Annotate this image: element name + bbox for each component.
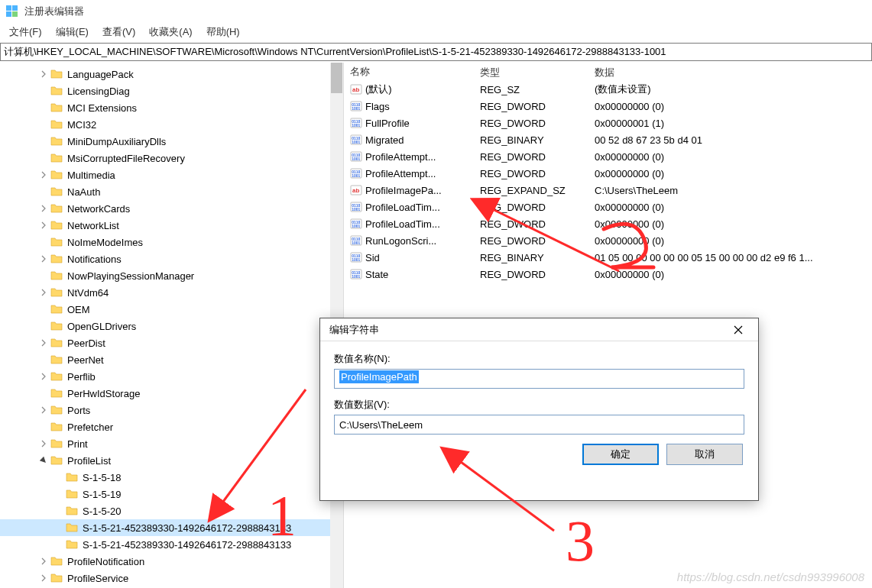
value-name-input[interactable]: ProfileImagePath	[334, 369, 744, 389]
tree-item[interactable]: Multimedia	[0, 166, 343, 183]
tree-item[interactable]: Notifications	[0, 250, 343, 267]
value-row[interactable]: 01101001RunLogonScri... REG_DWORD 0x0000…	[344, 232, 872, 249]
tree-item[interactable]: ProfileNotification	[0, 553, 343, 570]
svg-text:1001: 1001	[352, 224, 360, 228]
tree-item[interactable]: Prefetcher	[0, 418, 343, 435]
address-bar[interactable]: 计算机\HKEY_LOCAL_MACHINE\SOFTWARE\Microsof…	[0, 43, 872, 61]
chevron-right-icon[interactable]	[38, 171, 49, 179]
value-row[interactable]: 01101001Sid REG_BINARY 01 05 00 00 00 00…	[344, 249, 872, 266]
col-header-data[interactable]: 数据	[588, 63, 872, 81]
tree-item[interactable]: S-1-5-20	[0, 502, 343, 519]
value-row[interactable]: 01101001ProfileAttempt... REG_DWORD 0x00…	[344, 165, 872, 182]
value-name: ProfileAttempt...	[365, 168, 436, 179]
tree-item[interactable]: S-1-5-21-452389330-1492646172-2988843133	[0, 519, 343, 536]
tree-item[interactable]: NetworkList	[0, 217, 343, 234]
value-row[interactable]: 01101001ProfileAttempt... REG_DWORD 0x00…	[344, 148, 872, 165]
tree-item[interactable]: NaAuth	[0, 183, 343, 200]
chevron-down-icon[interactable]	[38, 457, 49, 464]
tree-item-label: ProfileService	[67, 573, 128, 584]
binary-value-icon: 01101001	[350, 167, 362, 179]
cancel-button[interactable]: 取消	[666, 444, 743, 465]
chevron-right-icon[interactable]	[38, 440, 49, 447]
binary-value-icon: 01101001	[350, 117, 362, 129]
tree-item[interactable]: S-1-5-18	[0, 469, 343, 486]
tree-item[interactable]: LanguagePack	[0, 66, 343, 82]
value-data: 0x00000000 (0)	[588, 218, 872, 230]
tree-item[interactable]: S-1-5-21-452389330-1492646172-2988843133	[0, 536, 343, 553]
tree-item[interactable]: NoImeModeImes	[0, 234, 343, 250]
tree-item-label: Perflib	[67, 371, 96, 383]
tree-item[interactable]: S-1-5-19	[0, 486, 343, 502]
folder-icon	[50, 387, 63, 399]
tree-item-label: ProfileList	[67, 455, 111, 467]
tree-item[interactable]: PeerNet	[0, 351, 343, 368]
binary-value-icon: 01101001	[350, 150, 362, 163]
tree-item-label: LanguagePack	[67, 69, 134, 80]
col-header-type[interactable]: 类型	[474, 63, 588, 81]
svg-text:1001: 1001	[352, 106, 360, 111]
ok-button[interactable]: 确定	[582, 444, 659, 465]
tree-item[interactable]: OEM	[0, 301, 343, 318]
binary-value-icon: 01101001	[350, 134, 362, 146]
tree-item-label: LicensingDiag	[67, 86, 130, 97]
tree-item[interactable]: MCI32	[0, 116, 343, 133]
folder-icon	[66, 538, 78, 551]
folder-icon	[50, 102, 63, 114]
tree-item[interactable]: PeerDist	[0, 334, 343, 351]
tree-item[interactable]: LicensingDiag	[0, 82, 343, 99]
menu-file[interactable]: 文件(F)	[3, 24, 48, 40]
menu-view[interactable]: 查看(V)	[96, 24, 141, 40]
chevron-right-icon[interactable]	[38, 406, 49, 414]
folder-icon	[50, 555, 63, 567]
value-data: C:\Users\TheLeem	[588, 185, 872, 196]
chevron-right-icon[interactable]	[38, 70, 49, 78]
tree-item[interactable]: PerHwIdStorage	[0, 385, 343, 402]
chevron-right-icon[interactable]	[38, 557, 49, 565]
value-name: ProfileAttempt...	[365, 151, 436, 163]
value-row[interactable]: ab(默认) REG_SZ (数值未设置)	[344, 81, 872, 98]
tree-item-label: MCI Extensions	[67, 102, 137, 114]
chevron-right-icon[interactable]	[38, 289, 49, 296]
chevron-right-icon[interactable]	[38, 339, 49, 347]
chevron-right-icon[interactable]	[38, 574, 49, 582]
folder-icon	[50, 404, 63, 416]
tree-item[interactable]: ProfileList	[0, 452, 343, 469]
tree-item[interactable]: Ports	[0, 402, 343, 418]
chevron-right-icon[interactable]	[38, 221, 49, 229]
tree-item-label: S-1-5-19	[83, 489, 122, 500]
menu-edit[interactable]: 编辑(E)	[50, 24, 95, 40]
tree-item[interactable]: MCI Extensions	[0, 99, 343, 116]
chevron-right-icon[interactable]	[38, 205, 49, 212]
value-row[interactable]: 01101001ProfileLoadTim... REG_DWORD 0x00…	[344, 199, 872, 215]
tree-item-label: NaAuth	[67, 186, 100, 198]
folder-icon	[66, 488, 78, 500]
tree-item-label: S-1-5-21-452389330-1492646172-2988843133	[83, 522, 291, 534]
value-data: 0x00000000 (0)	[588, 168, 872, 179]
value-data-input[interactable]	[334, 415, 744, 435]
window-title: 注册表编辑器	[24, 5, 84, 18]
chevron-right-icon[interactable]	[38, 373, 49, 380]
value-row[interactable]: 01101001ProfileLoadTim... REG_DWORD 0x00…	[344, 215, 872, 232]
tree-item[interactable]: Perflib	[0, 368, 343, 385]
tree-item[interactable]: OpenGLDrivers	[0, 318, 343, 334]
tree-item[interactable]: MiniDumpAuxiliaryDlls	[0, 133, 343, 150]
tree-item[interactable]: NetworkCards	[0, 200, 343, 217]
tree-item[interactable]: MsiCorruptedFileRecovery	[0, 150, 343, 166]
value-row[interactable]: 01101001Migrated REG_BINARY 00 52 d8 67 …	[344, 131, 872, 148]
tree-item[interactable]: ProfileService	[0, 570, 343, 586]
value-row[interactable]: 01101001Flags REG_DWORD 0x00000000 (0)	[344, 98, 872, 115]
value-row[interactable]: 01101001State REG_DWORD 0x00000000 (0)	[344, 266, 872, 283]
value-type: REG_DWORD	[474, 235, 588, 247]
tree-item[interactable]: Print	[0, 435, 343, 452]
value-row[interactable]: abProfileImagePa... REG_EXPAND_SZ C:\Use…	[344, 182, 872, 199]
chevron-right-icon[interactable]	[38, 255, 49, 263]
close-icon[interactable]	[723, 321, 754, 339]
tree-item[interactable]: NtVdm64	[0, 284, 343, 301]
menu-favorites[interactable]: 收藏夹(A)	[143, 24, 198, 40]
value-row[interactable]: 01101001FullProfile REG_DWORD 0x00000001…	[344, 115, 872, 131]
value-data: 00 52 d8 67 23 5b d4 01	[588, 134, 872, 146]
value-type: REG_DWORD	[474, 218, 588, 230]
tree-item[interactable]: NowPlayingSessionManager	[0, 267, 343, 284]
col-header-name[interactable]: 名称	[344, 63, 474, 81]
menu-help[interactable]: 帮助(H)	[200, 24, 246, 40]
